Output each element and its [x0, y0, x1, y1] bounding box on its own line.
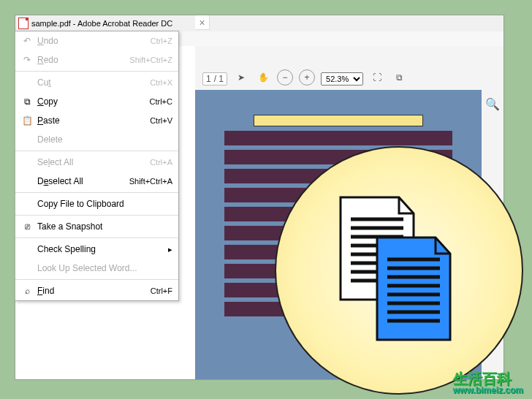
toolbar: 1 / 1 ➤ ✋ − + 52.3% ⛶ ⧉	[195, 46, 503, 90]
window-title: sample.pdf - Adobe Acrobat Reader DC	[31, 19, 172, 28]
separator	[15, 71, 178, 72]
zoom-out-icon[interactable]: −	[277, 69, 293, 86]
redo-icon: ↷	[20, 55, 34, 65]
watermark-text: 生活百科	[453, 370, 512, 387]
page-current: 1	[206, 74, 211, 84]
separator	[15, 215, 178, 216]
menu-select-all: Select All Ctrl+A	[15, 153, 178, 172]
separator	[15, 151, 178, 151]
menu-cut: Cut Ctrl+X	[15, 73, 178, 92]
pdf-icon	[18, 18, 28, 29]
menu-undo: ↶ Undo Ctrl+Z	[15, 31, 178, 50]
paste-icon: 📋	[20, 115, 34, 126]
hand-tool-icon[interactable]: ✋	[255, 69, 271, 86]
search-icon[interactable]: 🔍	[485, 97, 500, 111]
separator	[15, 192, 178, 193]
copy-documents-icon	[326, 190, 472, 351]
doc-highlight	[254, 115, 423, 126]
reading-mode-icon[interactable]: ⧉	[391, 69, 407, 86]
camera-icon: ⎚	[20, 221, 34, 232]
page-total: / 1	[214, 74, 224, 84]
menu-copy[interactable]: ⧉ Copy Ctrl+C	[15, 92, 178, 111]
page-indicator[interactable]: 1 / 1	[202, 72, 227, 86]
separator	[15, 279, 178, 280]
menu-snapshot[interactable]: ⎚ Take a Snapshot	[15, 217, 178, 236]
copy-illustration	[275, 146, 523, 395]
copy-icon: ⧉	[20, 96, 34, 107]
tab-close-button[interactable]: ×	[195, 15, 210, 30]
zoom-in-icon[interactable]: +	[299, 69, 315, 86]
doc-line	[224, 131, 452, 145]
menu-check-spelling[interactable]: Check Spelling ▸	[15, 240, 178, 259]
fit-width-icon[interactable]: ⛶	[369, 69, 385, 86]
titlebar: sample.pdf - Adobe Acrobat Reader DC	[15, 15, 503, 31]
selection-tool-icon[interactable]: ➤	[233, 69, 249, 86]
menu-lookup-word: Look Up Selected Word...	[15, 259, 178, 278]
submenu-arrow-icon: ▸	[168, 245, 172, 254]
menu-deselect-all[interactable]: Deselect All Shift+Ctrl+A	[15, 172, 178, 191]
menu-redo: ↷ Redo Shift+Ctrl+Z	[15, 50, 178, 69]
undo-icon: ↶	[20, 36, 34, 46]
menu-paste[interactable]: 📋 Paste Ctrl+V	[15, 111, 178, 130]
edit-menu-dropdown: ↶ Undo Ctrl+Z ↷ Redo Shift+Ctrl+Z Cut Ct…	[15, 31, 179, 301]
menu-find[interactable]: ⌕ Find Ctrl+F	[15, 281, 178, 300]
menu-delete: Delete	[15, 130, 178, 149]
zoom-select[interactable]: 52.3%	[321, 72, 363, 86]
find-icon: ⌕	[20, 286, 34, 296]
watermark-url: www.bimeiz.com	[453, 386, 523, 395]
menu-copy-file[interactable]: Copy File to Clipboard	[15, 194, 178, 213]
watermark: 生活百科 www.bimeiz.com	[453, 371, 523, 395]
separator	[15, 238, 178, 238]
